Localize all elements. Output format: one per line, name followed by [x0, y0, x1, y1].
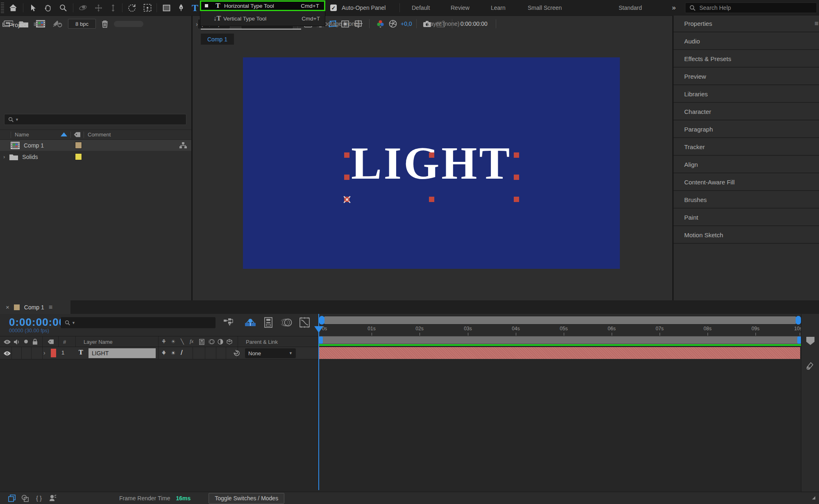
audio-speaker-icon[interactable]	[14, 339, 20, 345]
panel-tab-preview[interactable]: Preview	[674, 68, 819, 85]
solo-icon[interactable]	[24, 340, 28, 343]
orbit-camera-tool-icon[interactable]	[76, 2, 89, 14]
menu-item-vertical-type-tool[interactable]: ↓T Vertical Type Tool Cmd+T	[200, 11, 325, 26]
pen-tool-icon[interactable]	[175, 2, 188, 14]
layer-collapse-switch[interactable]: ☀	[171, 350, 176, 356]
channels-icon[interactable]	[374, 20, 387, 28]
rectangle-tool-icon[interactable]	[160, 2, 173, 14]
motion-blur-icon[interactable]	[281, 317, 293, 328]
work-area-start-handle[interactable]	[319, 336, 323, 344]
effects-fx-icon[interactable]: fx	[190, 338, 193, 345]
video-eye-icon[interactable]	[3, 339, 11, 345]
selection-tool-icon[interactable]	[26, 2, 39, 14]
pan-camera-tool-icon[interactable]	[92, 2, 105, 14]
shy-icon[interactable]: ⚘	[161, 338, 166, 345]
panel-tab-effects-presets[interactable]: Effects & Presets	[674, 51, 819, 68]
panel-tab-audio[interactable]: Audio	[674, 33, 819, 50]
compact-comp-icon[interactable]	[6, 495, 18, 502]
3d-layer-icon[interactable]	[227, 339, 232, 345]
panel-menu-icon[interactable]: ≡	[34, 20, 38, 29]
menu-item-horizontal-type-tool[interactable]: T Horizontal Type Tool Cmd+T	[200, 0, 325, 11]
blend-modes-icon[interactable]	[18, 495, 32, 502]
layer-expander-icon[interactable]: ›	[43, 350, 45, 356]
playhead-line[interactable]	[318, 314, 319, 490]
collapse-transformations-icon[interactable]: ☀	[171, 338, 176, 345]
label-color-swatch[interactable]	[75, 153, 82, 160]
exposure-value[interactable]: +0,0	[401, 20, 412, 27]
layer-name-field[interactable]: LIGHT	[88, 348, 156, 358]
timeline-search-input[interactable]: ▼	[61, 317, 216, 328]
quality-icon[interactable]: ╲	[181, 338, 184, 345]
selection-handle-bottom-center[interactable]	[429, 197, 434, 202]
parent-link-dropdown[interactable]: None ▼	[245, 348, 296, 358]
workspace-small-screen[interactable]: Small Screen	[524, 0, 566, 16]
adjustment-layer-icon[interactable]	[218, 339, 223, 345]
panel-tab-brushes[interactable]: Brushes	[674, 192, 819, 209]
lock-icon[interactable]	[32, 338, 38, 345]
panel-tab-properties[interactable]: Properties ≡	[674, 16, 819, 32]
project-panel-title[interactable]: Project	[9, 21, 28, 28]
panel-scrollbar[interactable]	[114, 21, 143, 27]
panel-tab-motion-sketch[interactable]: Motion Sketch	[674, 227, 819, 244]
current-time-display[interactable]: 0:00:00:00	[9, 316, 65, 329]
tab-footage[interactable]: Footage (none)	[321, 20, 360, 27]
panel-tab-paragraph[interactable]: Paragraph	[674, 121, 819, 138]
anchor-point-icon[interactable]	[342, 194, 352, 205]
toolbar-grip[interactable]	[1, 2, 4, 13]
tab-overflow-icon[interactable]: ›	[196, 20, 198, 27]
panel-menu-icon[interactable]: ≡	[814, 20, 819, 28]
expressions-braces-icon[interactable]: { }	[32, 495, 46, 502]
project-search-input[interactable]: ▼	[4, 114, 186, 125]
time-navigator-bar[interactable]	[324, 316, 796, 324]
panel-tab-content-aware-fill[interactable]: Content-Aware Fill	[674, 174, 819, 191]
wireframe-interactions-icon[interactable]	[805, 361, 814, 370]
layer-duration-bar[interactable]	[319, 347, 800, 359]
selection-handle-bottom-right[interactable]	[514, 197, 519, 202]
comp-viewer-tab[interactable]: Comp 1	[201, 34, 234, 45]
navigator-end-handle[interactable]	[796, 316, 801, 325]
project-item-solids[interactable]: › Solids	[0, 151, 191, 162]
workspace-default[interactable]: Default	[408, 0, 434, 16]
selection-handle-top-left[interactable]	[344, 152, 349, 158]
playhead-handle[interactable]	[314, 326, 323, 333]
resize-grip-icon[interactable]	[811, 495, 816, 500]
frame-blending-icon[interactable]	[263, 317, 274, 328]
work-area-track[interactable]	[318, 336, 801, 344]
panel-divider[interactable]	[672, 16, 674, 300]
zoom-tool-icon[interactable]	[57, 2, 70, 14]
layer-visibility-eye-icon[interactable]	[3, 351, 11, 356]
shy-layers-icon[interactable]	[46, 495, 60, 502]
selection-handle-mid-right[interactable]	[514, 175, 519, 180]
close-tab-icon[interactable]: ×	[6, 304, 9, 311]
column-comment[interactable]: Comment	[88, 132, 111, 138]
time-ruler[interactable]: 0s 01s 02s 03s 04s 05s 06s 07s 08s 09s 1…	[318, 314, 801, 336]
help-search-input[interactable]: Search Help	[685, 2, 817, 13]
parent-pickwhip-icon[interactable]	[234, 350, 240, 356]
column-layer-name[interactable]: Layer Name	[84, 339, 113, 345]
selection-handle-top-right[interactable]	[514, 152, 519, 158]
home-icon[interactable]	[7, 2, 20, 14]
frame-blend-icon[interactable]	[199, 339, 204, 345]
dolly-camera-tool-icon[interactable]	[107, 2, 120, 14]
motion-blur-column-icon[interactable]	[208, 339, 215, 345]
flowchart-icon[interactable]	[179, 142, 187, 149]
time-navigator-track[interactable]	[319, 316, 801, 325]
workspace-standard[interactable]: Standard	[615, 0, 646, 16]
workspace-learn[interactable]: Learn	[487, 0, 510, 16]
workspace-overflow-chevrons[interactable]: »	[668, 0, 680, 16]
exposure-icon[interactable]	[387, 20, 399, 28]
show-snapshot-icon[interactable]	[434, 20, 448, 27]
sort-ascending-icon[interactable]	[61, 132, 67, 136]
panel-divider[interactable]	[191, 16, 193, 300]
hand-tool-icon[interactable]	[41, 2, 54, 14]
render-queue-icon[interactable]	[49, 20, 66, 28]
toggle-switches-modes-button[interactable]: Toggle Switches / Modes	[209, 493, 284, 504]
text-layer-content[interactable]: LIGHT	[243, 57, 620, 269]
workspace-review[interactable]: Review	[447, 0, 474, 16]
column-parent-link[interactable]: Parent & Link	[246, 339, 278, 345]
graph-editor-icon[interactable]	[299, 317, 310, 328]
panel-menu-icon[interactable]: ≡	[49, 304, 52, 311]
project-item-comp1[interactable]: Comp 1	[0, 140, 191, 151]
label-tag-icon[interactable]	[48, 339, 54, 345]
comp-timecode[interactable]: 0:00:00:00	[456, 19, 492, 29]
